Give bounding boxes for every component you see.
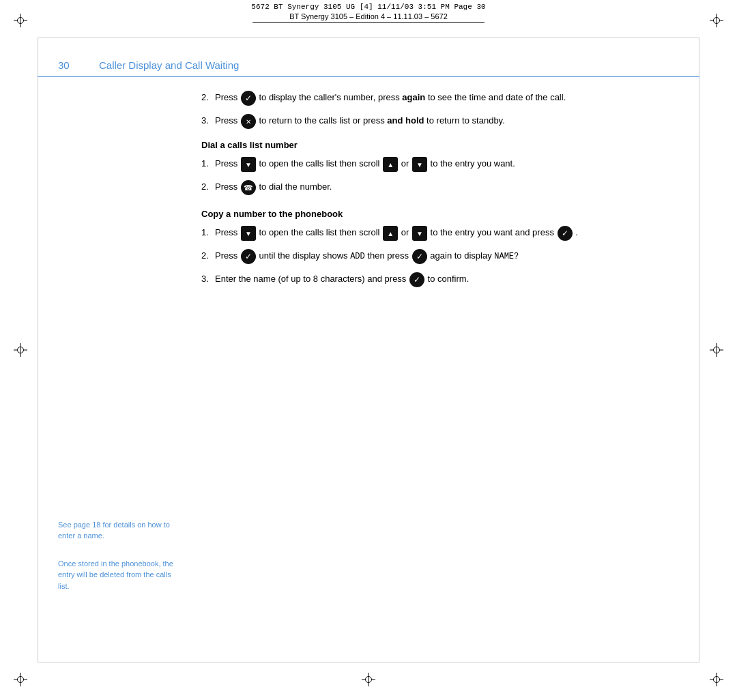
header-top-line: 5672 BT Synergy 3105 UG [4] 11/11/03 3:5… — [251, 3, 485, 11]
item-content-2: Press to display the caller's number, pr… — [215, 91, 679, 106]
dial-item-content-2: Press to dial the number. — [215, 180, 679, 195]
display-text-add: ADD — [350, 252, 365, 261]
check-button-icon-5 — [409, 272, 424, 287]
copy-item-3: 3. Enter the name (of up to 8 characters… — [201, 272, 679, 287]
item-content-3: Press to return to the calls list or pre… — [215, 114, 679, 129]
page-header: 5672 BT Synergy 3105 UG [4] 11/11/03 3:5… — [0, 0, 737, 38]
page-title-row: 30 Caller Display and Call Waiting — [38, 38, 699, 77]
sidebar-note-1: See page 18 for details on how to enter … — [58, 519, 174, 542]
section-dial: Dial a calls list number 1. Press to ope… — [201, 140, 679, 195]
page-number: 30 — [58, 59, 78, 71]
sidebar-note-2: Once stored in the phonebook, the entry … — [58, 558, 174, 592]
dial-item-1: 1. Press to open the calls list then scr… — [201, 157, 679, 172]
crosshair-bottom-left — [14, 673, 27, 686]
item-number-2: 2. — [201, 91, 215, 106]
dial-item-2: 2. Press to dial the number. — [201, 180, 679, 195]
copy-item-1: 1. Press to open the calls list then scr… — [201, 226, 679, 241]
item-number-3: 3. — [201, 114, 215, 129]
display-text-name: NAME? — [494, 252, 519, 261]
section-copy: Copy a number to the phonebook 1. Press … — [201, 209, 679, 287]
down-button-icon-2 — [412, 157, 427, 172]
dial-item-number-2: 2. — [201, 180, 215, 195]
page-title: Caller Display and Call Waiting — [99, 59, 239, 71]
right-column: 2. Press to display the caller's number,… — [188, 91, 699, 662]
section-copy-title: Copy a number to the phonebook — [201, 209, 679, 219]
back-button-icon — [241, 114, 256, 129]
dial-item-content-1: Press to open the calls list then scroll… — [215, 157, 679, 172]
down-button-icon-1 — [241, 157, 256, 172]
crosshair-right-mid — [710, 343, 723, 357]
down-button-icon-4 — [412, 226, 427, 241]
copy-item-content-2: Press until the display shows ADD then p… — [215, 249, 679, 264]
check-button-icon-3 — [241, 249, 256, 264]
dial-item-number-1: 1. — [201, 157, 215, 172]
content-columns: See page 18 for details on how to enter … — [38, 77, 699, 662]
up-button-icon-2 — [383, 226, 398, 241]
main-content: 30 Caller Display and Call Waiting See p… — [38, 38, 699, 662]
list-item-3: 3. Press to return to the calls list or … — [201, 114, 679, 129]
header-subtitle: BT Synergy 3105 – Edition 4 – 11.11.03 –… — [252, 12, 485, 23]
crosshair-left-mid — [14, 343, 27, 357]
check-button-icon-2 — [558, 226, 573, 241]
copy-item-number-3: 3. — [201, 272, 215, 287]
copy-item-number-1: 1. — [201, 226, 215, 241]
check-button-icon-4 — [412, 249, 427, 264]
copy-item-content-3: Enter the name (of up to 8 characters) a… — [215, 272, 679, 287]
section-dial-title: Dial a calls list number — [201, 140, 679, 150]
copy-item-number-2: 2. — [201, 249, 215, 264]
down-button-icon-3 — [241, 226, 256, 241]
crosshair-bottom-right — [710, 673, 723, 686]
copy-item-2: 2. Press until the display shows ADD the… — [201, 249, 679, 264]
crosshair-bottom-center — [362, 673, 375, 686]
phone-button-icon — [241, 180, 256, 195]
up-button-icon-1 — [383, 157, 398, 172]
check-button-icon — [241, 91, 256, 106]
list-item-2: 2. Press to display the caller's number,… — [201, 91, 679, 106]
copy-item-content-1: Press to open the calls list then scroll… — [215, 226, 679, 241]
left-column: See page 18 for details on how to enter … — [38, 91, 188, 662]
